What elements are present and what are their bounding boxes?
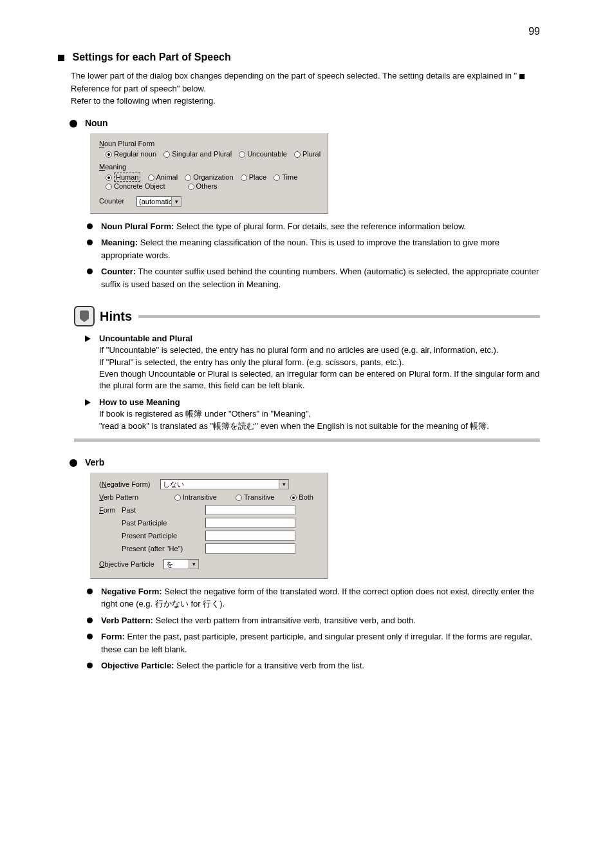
verb-b3-rest: Enter the past, past participle, present…	[101, 632, 532, 654]
noun-bullet-meaning: Meaning: Select the meaning classificati…	[87, 236, 540, 261]
plural-form-label: Noun Plural Form	[99, 140, 319, 147]
meaning-human[interactable]: Human	[106, 173, 140, 181]
hint1-l3: If "Plural" is selected, the entry has o…	[99, 357, 404, 367]
settings-heading: Settings for each Part of Speech	[58, 52, 540, 63]
pattern-transitive[interactable]: Transitive	[236, 493, 274, 501]
meaning-label: Meaning	[99, 163, 319, 171]
verb-heading: Verb	[70, 457, 540, 467]
radio-icon	[106, 184, 112, 190]
noun-b3-bold: Counter:	[101, 267, 136, 276]
page-number: 99	[528, 26, 540, 37]
verb-bullet-negative: Negative Form: Select the negative form …	[87, 585, 540, 610]
form-preshe-label: Present (after "He")	[122, 545, 205, 552]
hint2-jp2: 帳簿	[213, 421, 230, 431]
radio-icon	[236, 495, 242, 501]
negative-form-dropdown[interactable]: しない	[160, 479, 289, 489]
hint2-l3-post: を読む" even when the English is not suitab…	[230, 421, 489, 431]
plural-form-options: Regular noun Singular and Plural Uncount…	[106, 150, 319, 158]
verb-bullet-pattern: Verb Pattern: Select the verb pattern fr…	[87, 614, 540, 627]
verb-b4-rest: Select the particle for a transitive ver…	[174, 661, 364, 670]
page-root: 99 Settings for each Part of Speech The …	[0, 0, 614, 728]
settings-body-post: Refer to the following when registering.	[71, 96, 216, 106]
radio-icon	[274, 175, 280, 181]
radio-icon	[239, 151, 245, 158]
form-preshe-input[interactable]	[205, 543, 295, 554]
plural-plural[interactable]: Plural	[294, 150, 321, 158]
radio-icon	[241, 175, 247, 181]
bullet-icon	[70, 459, 77, 467]
plural-uncountable[interactable]: Uncountable	[239, 150, 287, 158]
hints-icon	[74, 306, 95, 326]
noun-panel: Noun Plural Form Regular noun Singular a…	[90, 133, 328, 214]
noun-b2-bold: Meaning:	[101, 238, 138, 247]
settings-heading-text: Settings for each Part of Speech	[72, 52, 230, 62]
hint-meaning: How to use Meaning If book is registered…	[85, 397, 540, 432]
plural-regular[interactable]: Regular noun	[106, 150, 156, 158]
form-prespart-label: Present Participle	[122, 532, 205, 540]
form-prespart-input[interactable]	[205, 531, 295, 541]
counter-row: Counter (automatic)	[99, 196, 319, 207]
radio-icon	[106, 175, 112, 181]
form-pastpart-input[interactable]	[205, 518, 295, 528]
radio-icon	[294, 151, 301, 158]
negative-form-row: (Negative Form) しない	[99, 479, 319, 489]
form-pastpart-label: Past Participle	[122, 519, 205, 527]
verb-b3-bold: Form:	[101, 632, 125, 641]
hints-label: Hints	[100, 309, 132, 324]
negative-form-label: (Negative Form)	[99, 480, 160, 488]
form-past-input[interactable]	[205, 505, 295, 515]
noun-heading: Noun	[70, 118, 540, 128]
verb-panel: (Negative Form) しない Verb Pattern Intrans…	[90, 473, 328, 579]
pattern-intransitive[interactable]: Intransitive	[174, 493, 217, 501]
noun-bullet-counter: Counter: The counter suffix used behind …	[87, 265, 540, 290]
meaning-options-row2: Concrete Object Others	[106, 182, 319, 190]
verb-b1-bold: Negative Form:	[101, 587, 162, 596]
hint2-title: How to use Meaning	[99, 397, 180, 407]
verb-heading-text: Verb	[85, 457, 104, 467]
hint2-l2-mid: under "Others" in "Meaning",	[202, 409, 311, 419]
settings-body-ref: Reference for part of speech" below.	[71, 84, 206, 93]
radio-icon	[188, 184, 194, 190]
square-bullet-icon	[58, 55, 64, 61]
form-prespart-row: Present Participle	[99, 531, 319, 541]
noun-b1-bold: Noun Plural Form:	[101, 222, 174, 231]
hints-bar	[138, 315, 540, 318]
hints-end-bar	[74, 439, 540, 442]
noun-b3-rest: The counter suffix used behind the count…	[101, 267, 539, 289]
hints-header: Hints	[74, 306, 540, 326]
obj-particle-dropdown[interactable]: を	[163, 559, 199, 569]
verb-b2-rest: Select the verb pattern from intransitiv…	[153, 616, 416, 625]
hint1-l4: Even though Uncountable or Plural is sel…	[99, 369, 539, 390]
radio-icon	[148, 175, 154, 181]
form-label: Form	[99, 506, 122, 514]
verb-b4-bold: Objective Particle:	[101, 661, 174, 670]
meaning-time[interactable]: Time	[274, 173, 297, 181]
bullet-icon	[70, 120, 77, 127]
meaning-organization[interactable]: Organization	[185, 173, 233, 181]
verb-pattern-row: Verb Pattern Intransitive Transitive Bot…	[99, 493, 319, 501]
verb-pattern-label: Verb Pattern	[99, 493, 151, 501]
meaning-place[interactable]: Place	[241, 173, 267, 181]
verb-b1-rest: Select the negative form of the translat…	[101, 587, 534, 609]
plural-singplural[interactable]: Singular and Plural	[163, 150, 232, 158]
radio-icon	[290, 495, 297, 501]
square-bullet-icon-inline	[519, 74, 525, 79]
settings-body: The lower part of the dialog box changes…	[71, 70, 540, 108]
meaning-concrete[interactable]: Concrete Object	[106, 182, 165, 190]
pencil-icon	[80, 310, 89, 322]
pattern-both[interactable]: Both	[290, 493, 313, 501]
noun-b2-rest: Select the meaning classification of the…	[101, 238, 499, 260]
form-past-row: Form Past	[99, 505, 319, 515]
meaning-animal[interactable]: Animal	[148, 173, 178, 181]
meaning-others[interactable]: Others	[188, 182, 218, 190]
hint2-jp: 帳簿	[185, 409, 202, 419]
verb-bullet-objpart: Objective Particle: Select the particle …	[87, 659, 540, 672]
settings-body-pre: The lower part of the dialog box changes…	[71, 71, 517, 80]
counter-dropdown[interactable]: (automatic)	[136, 196, 181, 207]
radio-icon	[163, 151, 170, 158]
radio-icon	[185, 175, 191, 181]
radio-icon	[174, 495, 181, 501]
radio-icon	[106, 151, 112, 158]
counter-label: Counter	[99, 197, 135, 205]
form-past-label: Past	[122, 506, 205, 514]
